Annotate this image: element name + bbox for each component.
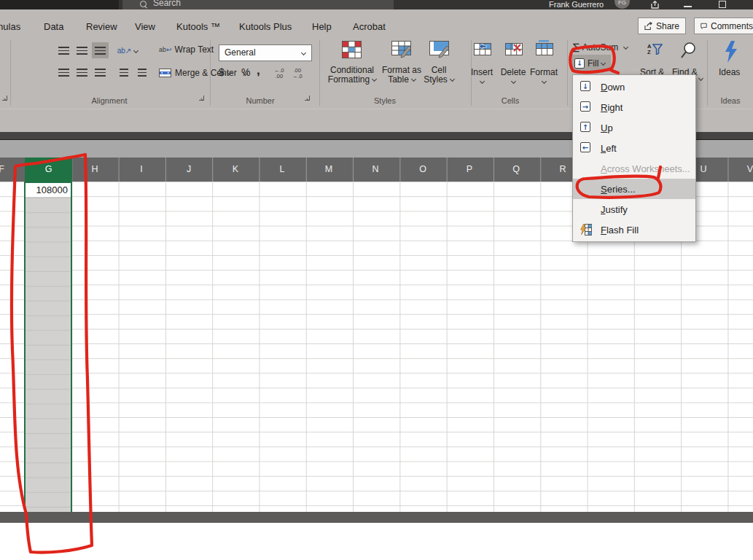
chevron-down-icon [541, 79, 546, 84]
column-header-K[interactable]: K [212, 158, 259, 182]
merge-center-icon [159, 69, 171, 77]
column-header-O[interactable]: O [399, 158, 446, 182]
search-box[interactable] [122, 0, 394, 9]
menu-item-up[interactable]: ↑ Up [573, 117, 695, 138]
font-dialog-launcher[interactable] [1, 95, 8, 101]
divider [319, 40, 320, 106]
delete-button[interactable]: Delete [497, 67, 529, 83]
menu-item-right[interactable]: → Right [573, 97, 695, 117]
orientation-icon: ab↗ [117, 47, 132, 55]
align-left-button[interactable] [55, 64, 72, 80]
align-left-icon [58, 69, 69, 77]
conditional-formatting-button[interactable]: Conditional Formatting [326, 66, 378, 85]
tab-view[interactable]: View [135, 19, 155, 35]
format-icon [536, 40, 553, 55]
decrease-decimal-icon: .00 →.0 [292, 67, 303, 79]
increase-indent-button[interactable] [133, 64, 150, 80]
ideas-button[interactable]: Ideas [719, 67, 740, 77]
align-middle-button[interactable] [74, 42, 90, 58]
insert-button[interactable]: Insert [466, 67, 498, 83]
tab-formulas[interactable]: Formulas [0, 19, 20, 35]
align-right-button[interactable] [92, 64, 109, 80]
comments-button[interactable]: Comments [694, 18, 753, 34]
number-format-select[interactable]: General [219, 44, 312, 61]
align-top-button[interactable] [55, 42, 72, 58]
column-header-P[interactable]: P [446, 158, 493, 182]
horizontal-scrollbar-bar [0, 512, 753, 523]
column-header-Q[interactable]: Q [493, 158, 539, 182]
percent-button[interactable]: % [241, 66, 250, 78]
outside-window-area [0, 523, 753, 560]
decrease-indent-icon [120, 69, 128, 77]
chevron-down-icon [450, 77, 455, 82]
column-header-F[interactable]: F [0, 158, 25, 182]
column-header-M[interactable]: M [305, 158, 352, 182]
search-icon [140, 1, 147, 8]
chevron-down-icon [479, 79, 484, 84]
column-header-V[interactable]: V [727, 158, 753, 182]
ideas-icon [723, 41, 739, 63]
comment-icon [701, 22, 707, 31]
cell-styles-button[interactable]: Cell Styles [422, 66, 456, 85]
chevron-down-icon [301, 50, 306, 55]
ribbon-display-options-icon[interactable] [651, 1, 659, 8]
menu-item-flash-fill[interactable]: Flash Fill [573, 219, 695, 240]
column-header-H[interactable]: H [71, 158, 118, 182]
chevron-down-icon [623, 44, 628, 50]
wrap-text-label: Wrap Text [175, 44, 214, 55]
chevron-down-icon [601, 61, 606, 66]
avatar[interactable]: FG [615, 0, 630, 9]
maximize-icon[interactable] [719, 1, 726, 8]
increase-decimal-icon: ←.0 .00 [274, 67, 284, 79]
format-button[interactable]: Format [528, 67, 560, 83]
increase-decimal-button[interactable]: ←.0 .00 [274, 68, 284, 79]
column-header-L[interactable]: L [259, 158, 305, 182]
comma-button[interactable]: , [257, 63, 260, 78]
comments-label: Comments [711, 21, 753, 31]
number-dialog-launcher[interactable] [304, 95, 311, 101]
insert-icon [474, 43, 491, 55]
cell-styles-icon [429, 41, 449, 58]
tab-data[interactable]: Data [44, 19, 63, 35]
wrap-text-icon: ab↩ [159, 46, 172, 53]
align-center-button[interactable] [74, 64, 90, 80]
active-cell-G1[interactable]: 108000 [26, 183, 71, 197]
menu-item-left[interactable]: ← Left [573, 138, 695, 158]
wrap-text-button[interactable]: ab↩ Wrap Text [159, 44, 214, 55]
alignment-dialog-launcher[interactable] [198, 95, 205, 101]
autosum-button[interactable]: ∑ AutoSum [573, 42, 628, 52]
chevron-down-icon [411, 77, 416, 82]
align-bottom-icon [95, 47, 106, 55]
fill-label: Fill [588, 58, 598, 69]
tab-kutools-plus[interactable]: Kutools Plus [239, 19, 292, 35]
user-name[interactable]: Frank Guerrero [549, 0, 604, 9]
sort-filter-icon: A Z [647, 44, 663, 55]
minimize-icon[interactable] [684, 6, 692, 7]
merge-center-button[interactable]: Merge & Center [159, 68, 247, 78]
column-header-G[interactable]: G [25, 158, 72, 182]
column-header-N[interactable]: N [352, 158, 399, 182]
number-group-label: Number [224, 96, 297, 105]
column-header-J[interactable]: J [165, 158, 212, 182]
decrease-decimal-button[interactable]: .00 →.0 [292, 68, 303, 79]
selected-column-G[interactable]: 108000 [24, 182, 72, 512]
tab-acrobat[interactable]: Acrobat [353, 19, 386, 35]
menu-item-down[interactable]: ↓ Down [573, 77, 695, 97]
delete-icon [505, 43, 523, 55]
tab-kutools[interactable]: Kutools ™ [176, 19, 220, 35]
chevron-down-icon [133, 47, 138, 52]
column-header-I[interactable]: I [118, 158, 165, 182]
tab-help[interactable]: Help [312, 19, 332, 35]
format-as-table-button[interactable]: Format as Table [378, 66, 425, 85]
tab-review[interactable]: Review [86, 19, 117, 35]
menu-item-series[interactable]: Series... [573, 179, 695, 199]
menu-item-justify[interactable]: Justify [573, 199, 695, 219]
fill-button[interactable]: ↓ Fill [572, 55, 611, 71]
chevron-down-icon [372, 77, 377, 82]
currency-button[interactable]: $ [219, 66, 231, 78]
share-button[interactable]: Share [638, 18, 686, 34]
search-input[interactable] [153, 0, 357, 9]
orientation-button[interactable]: ab↗ [115, 42, 140, 58]
align-bottom-button[interactable] [92, 42, 109, 58]
decrease-indent-button[interactable] [115, 64, 132, 80]
